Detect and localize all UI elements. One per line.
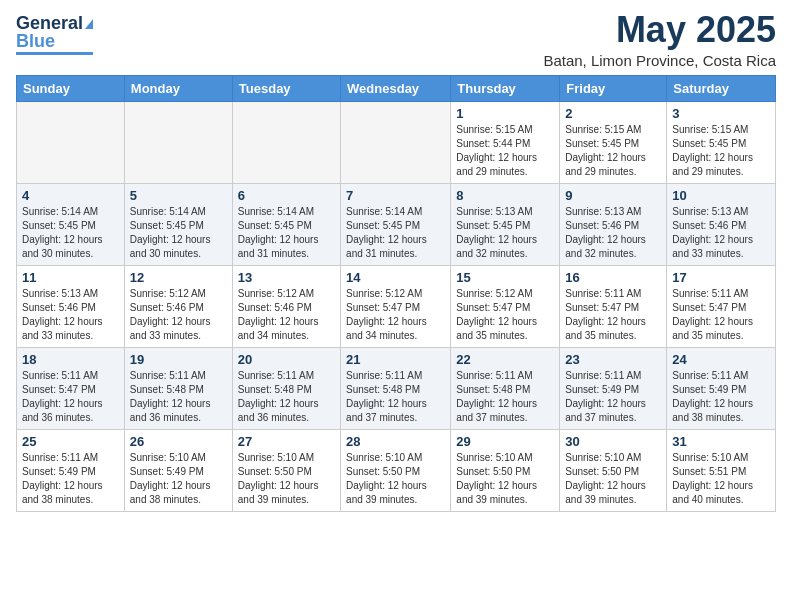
day-number: 3 <box>672 106 770 121</box>
calendar-header-row: SundayMondayTuesdayWednesdayThursdayFrid… <box>17 75 776 101</box>
calendar-cell: 30Sunrise: 5:10 AM Sunset: 5:50 PM Dayli… <box>560 429 667 511</box>
col-header-sunday: Sunday <box>17 75 125 101</box>
col-header-friday: Friday <box>560 75 667 101</box>
logo-text: General <box>16 14 93 32</box>
day-info: Sunrise: 5:11 AM Sunset: 5:47 PM Dayligh… <box>565 287 661 343</box>
calendar-cell: 12Sunrise: 5:12 AM Sunset: 5:46 PM Dayli… <box>124 265 232 347</box>
calendar-cell: 22Sunrise: 5:11 AM Sunset: 5:48 PM Dayli… <box>451 347 560 429</box>
col-header-monday: Monday <box>124 75 232 101</box>
calendar-cell <box>341 101 451 183</box>
day-number: 31 <box>672 434 770 449</box>
day-number: 6 <box>238 188 335 203</box>
day-number: 8 <box>456 188 554 203</box>
day-info: Sunrise: 5:12 AM Sunset: 5:46 PM Dayligh… <box>130 287 227 343</box>
month-title: May 2025 <box>543 10 776 50</box>
day-info: Sunrise: 5:12 AM Sunset: 5:47 PM Dayligh… <box>456 287 554 343</box>
logo-blue: Blue <box>16 32 55 50</box>
day-info: Sunrise: 5:11 AM Sunset: 5:48 PM Dayligh… <box>456 369 554 425</box>
page: General Blue May 2025 Batan, Limon Provi… <box>0 0 792 528</box>
calendar-cell <box>232 101 340 183</box>
calendar-cell: 21Sunrise: 5:11 AM Sunset: 5:48 PM Dayli… <box>341 347 451 429</box>
day-number: 15 <box>456 270 554 285</box>
day-info: Sunrise: 5:13 AM Sunset: 5:45 PM Dayligh… <box>456 205 554 261</box>
day-number: 19 <box>130 352 227 367</box>
day-info: Sunrise: 5:12 AM Sunset: 5:46 PM Dayligh… <box>238 287 335 343</box>
calendar-cell: 3Sunrise: 5:15 AM Sunset: 5:45 PM Daylig… <box>667 101 776 183</box>
col-header-thursday: Thursday <box>451 75 560 101</box>
day-number: 12 <box>130 270 227 285</box>
day-info: Sunrise: 5:11 AM Sunset: 5:48 PM Dayligh… <box>238 369 335 425</box>
day-info: Sunrise: 5:14 AM Sunset: 5:45 PM Dayligh… <box>130 205 227 261</box>
day-info: Sunrise: 5:11 AM Sunset: 5:47 PM Dayligh… <box>22 369 119 425</box>
day-number: 2 <box>565 106 661 121</box>
day-number: 10 <box>672 188 770 203</box>
day-number: 16 <box>565 270 661 285</box>
calendar-week-5: 25Sunrise: 5:11 AM Sunset: 5:49 PM Dayli… <box>17 429 776 511</box>
day-number: 25 <box>22 434 119 449</box>
calendar-week-1: 1Sunrise: 5:15 AM Sunset: 5:44 PM Daylig… <box>17 101 776 183</box>
calendar-cell: 14Sunrise: 5:12 AM Sunset: 5:47 PM Dayli… <box>341 265 451 347</box>
day-number: 14 <box>346 270 445 285</box>
day-info: Sunrise: 5:11 AM Sunset: 5:48 PM Dayligh… <box>130 369 227 425</box>
location-title: Batan, Limon Province, Costa Rica <box>543 52 776 69</box>
day-info: Sunrise: 5:11 AM Sunset: 5:47 PM Dayligh… <box>672 287 770 343</box>
day-info: Sunrise: 5:10 AM Sunset: 5:49 PM Dayligh… <box>130 451 227 507</box>
calendar-cell: 31Sunrise: 5:10 AM Sunset: 5:51 PM Dayli… <box>667 429 776 511</box>
day-info: Sunrise: 5:11 AM Sunset: 5:49 PM Dayligh… <box>672 369 770 425</box>
day-number: 7 <box>346 188 445 203</box>
calendar: SundayMondayTuesdayWednesdayThursdayFrid… <box>16 75 776 512</box>
calendar-cell: 15Sunrise: 5:12 AM Sunset: 5:47 PM Dayli… <box>451 265 560 347</box>
day-info: Sunrise: 5:14 AM Sunset: 5:45 PM Dayligh… <box>22 205 119 261</box>
day-number: 1 <box>456 106 554 121</box>
day-number: 22 <box>456 352 554 367</box>
day-number: 13 <box>238 270 335 285</box>
calendar-cell: 5Sunrise: 5:14 AM Sunset: 5:45 PM Daylig… <box>124 183 232 265</box>
day-number: 21 <box>346 352 445 367</box>
header-right: May 2025 Batan, Limon Province, Costa Ri… <box>543 10 776 69</box>
calendar-cell: 28Sunrise: 5:10 AM Sunset: 5:50 PM Dayli… <box>341 429 451 511</box>
calendar-week-4: 18Sunrise: 5:11 AM Sunset: 5:47 PM Dayli… <box>17 347 776 429</box>
calendar-cell: 25Sunrise: 5:11 AM Sunset: 5:49 PM Dayli… <box>17 429 125 511</box>
day-info: Sunrise: 5:13 AM Sunset: 5:46 PM Dayligh… <box>672 205 770 261</box>
day-info: Sunrise: 5:14 AM Sunset: 5:45 PM Dayligh… <box>346 205 445 261</box>
header: General Blue May 2025 Batan, Limon Provi… <box>16 10 776 69</box>
day-info: Sunrise: 5:15 AM Sunset: 5:45 PM Dayligh… <box>672 123 770 179</box>
col-header-saturday: Saturday <box>667 75 776 101</box>
day-info: Sunrise: 5:13 AM Sunset: 5:46 PM Dayligh… <box>22 287 119 343</box>
calendar-cell: 10Sunrise: 5:13 AM Sunset: 5:46 PM Dayli… <box>667 183 776 265</box>
calendar-cell: 24Sunrise: 5:11 AM Sunset: 5:49 PM Dayli… <box>667 347 776 429</box>
col-header-tuesday: Tuesday <box>232 75 340 101</box>
logo-underline <box>16 52 93 55</box>
day-info: Sunrise: 5:10 AM Sunset: 5:50 PM Dayligh… <box>456 451 554 507</box>
day-number: 29 <box>456 434 554 449</box>
calendar-cell: 8Sunrise: 5:13 AM Sunset: 5:45 PM Daylig… <box>451 183 560 265</box>
day-number: 4 <box>22 188 119 203</box>
calendar-week-3: 11Sunrise: 5:13 AM Sunset: 5:46 PM Dayli… <box>17 265 776 347</box>
calendar-cell: 19Sunrise: 5:11 AM Sunset: 5:48 PM Dayli… <box>124 347 232 429</box>
day-info: Sunrise: 5:10 AM Sunset: 5:50 PM Dayligh… <box>238 451 335 507</box>
calendar-cell <box>124 101 232 183</box>
calendar-cell: 18Sunrise: 5:11 AM Sunset: 5:47 PM Dayli… <box>17 347 125 429</box>
day-info: Sunrise: 5:14 AM Sunset: 5:45 PM Dayligh… <box>238 205 335 261</box>
col-header-wednesday: Wednesday <box>341 75 451 101</box>
day-number: 17 <box>672 270 770 285</box>
calendar-cell: 20Sunrise: 5:11 AM Sunset: 5:48 PM Dayli… <box>232 347 340 429</box>
day-info: Sunrise: 5:10 AM Sunset: 5:50 PM Dayligh… <box>346 451 445 507</box>
day-info: Sunrise: 5:11 AM Sunset: 5:49 PM Dayligh… <box>22 451 119 507</box>
calendar-cell: 17Sunrise: 5:11 AM Sunset: 5:47 PM Dayli… <box>667 265 776 347</box>
calendar-cell: 26Sunrise: 5:10 AM Sunset: 5:49 PM Dayli… <box>124 429 232 511</box>
day-info: Sunrise: 5:15 AM Sunset: 5:45 PM Dayligh… <box>565 123 661 179</box>
day-number: 28 <box>346 434 445 449</box>
day-number: 26 <box>130 434 227 449</box>
day-number: 27 <box>238 434 335 449</box>
calendar-cell: 13Sunrise: 5:12 AM Sunset: 5:46 PM Dayli… <box>232 265 340 347</box>
calendar-cell: 11Sunrise: 5:13 AM Sunset: 5:46 PM Dayli… <box>17 265 125 347</box>
day-info: Sunrise: 5:10 AM Sunset: 5:50 PM Dayligh… <box>565 451 661 507</box>
day-number: 9 <box>565 188 661 203</box>
day-number: 24 <box>672 352 770 367</box>
calendar-cell: 2Sunrise: 5:15 AM Sunset: 5:45 PM Daylig… <box>560 101 667 183</box>
day-number: 20 <box>238 352 335 367</box>
day-info: Sunrise: 5:11 AM Sunset: 5:48 PM Dayligh… <box>346 369 445 425</box>
calendar-cell: 9Sunrise: 5:13 AM Sunset: 5:46 PM Daylig… <box>560 183 667 265</box>
calendar-cell: 27Sunrise: 5:10 AM Sunset: 5:50 PM Dayli… <box>232 429 340 511</box>
